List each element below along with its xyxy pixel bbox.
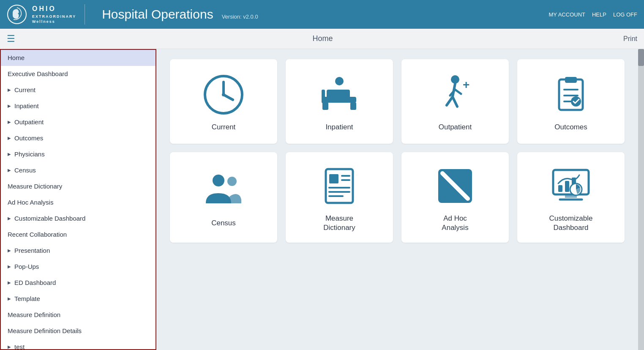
- card-current[interactable]: Current: [170, 59, 277, 144]
- svg-rect-9: [327, 90, 350, 98]
- sidebar-item-executive-dashboard[interactable]: Executive Dashboard: [1, 66, 156, 82]
- card-label-inpatient: Inpatient: [325, 123, 353, 132]
- page-title: Home: [22, 34, 623, 43]
- sidebar-item-measure-definition-details[interactable]: Measure Definition Details: [1, 323, 156, 339]
- page-area: Current Inpatient + Outpatient Outcomes: [156, 49, 638, 350]
- current-icon: [202, 74, 245, 116]
- top-header: OHIO EXTRAORDINARY Wellness Hospital Ope…: [0, 0, 644, 29]
- sub-header: ☰ Home Print: [0, 29, 644, 49]
- app-version: Version: v2.0.0: [218, 10, 258, 20]
- svg-rect-8: [350, 102, 356, 110]
- sidebar: HomeExecutive DashboardCurrentInpatientO…: [0, 49, 156, 350]
- card-label-census: Census: [211, 219, 236, 228]
- sidebar-item-census[interactable]: Census: [1, 162, 156, 178]
- card-label-customizable-dashboard: Customizable Dashboard: [549, 214, 593, 232]
- app-title: Hospital Operations: [93, 7, 213, 22]
- svg-line-13: [447, 97, 453, 105]
- svg-point-5: [335, 77, 344, 85]
- svg-point-11: [451, 75, 459, 84]
- svg-line-16: [455, 90, 461, 94]
- measure-dictionary-icon: [318, 165, 360, 207]
- svg-rect-7: [322, 102, 328, 110]
- hamburger-menu[interactable]: ☰: [7, 33, 15, 44]
- card-label-ad-hoc-analysis: Ad Hoc Analysis: [442, 214, 468, 232]
- svg-rect-26: [326, 169, 353, 203]
- svg-point-4: [222, 93, 225, 96]
- card-customizable-dashboard[interactable]: Customizable Dashboard: [517, 152, 625, 243]
- sidebar-item-template[interactable]: Template: [1, 291, 156, 307]
- svg-rect-10: [322, 90, 325, 103]
- svg-point-25: [227, 177, 237, 186]
- inpatient-icon: [318, 74, 360, 116]
- sidebar-item-measure-dictionary[interactable]: Measure Dictionary: [1, 178, 156, 194]
- sidebar-item-pop-ups[interactable]: Pop-Ups: [1, 259, 156, 275]
- sidebar-item-ed-dashboard[interactable]: ED Dashboard: [1, 275, 156, 291]
- card-label-measure-dictionary: Measure Dictionary: [323, 214, 355, 232]
- sidebar-item-current[interactable]: Current: [1, 82, 156, 98]
- top-nav: MY ACCOUNT HELP LOG OFF: [549, 11, 637, 18]
- sidebar-item-measure-definition[interactable]: Measure Definition: [1, 307, 156, 323]
- sidebar-item-inpatient[interactable]: Inpatient: [1, 98, 156, 114]
- card-outcomes[interactable]: Outcomes: [517, 59, 625, 144]
- svg-rect-39: [565, 181, 569, 192]
- logo-text: OHIO EXTRAORDINARY Wellness: [32, 4, 76, 25]
- card-measure-dictionary[interactable]: Measure Dictionary: [286, 152, 393, 243]
- sidebar-item-home[interactable]: Home: [1, 50, 156, 66]
- logoff-link[interactable]: LOG OFF: [613, 11, 637, 18]
- sidebar-item-customizable-dashboard[interactable]: Customizable Dashboard: [1, 211, 156, 227]
- card-label-outpatient: Outpatient: [439, 123, 472, 132]
- customizable-dashboard-icon: [550, 165, 592, 207]
- ad-hoc-analysis-icon: [434, 165, 476, 207]
- svg-line-14: [453, 97, 457, 107]
- logo-area: OHIO EXTRAORDINARY Wellness: [7, 4, 85, 25]
- print-button[interactable]: Print: [623, 35, 637, 43]
- logo-icon: [7, 4, 27, 25]
- svg-rect-19: [565, 77, 577, 83]
- census-icon: [202, 170, 245, 212]
- outcomes-icon: [550, 74, 592, 116]
- sidebar-item-recent-collaboration[interactable]: Recent Collaboration: [1, 227, 156, 243]
- card-inpatient[interactable]: Inpatient: [286, 59, 393, 144]
- right-scrollbar[interactable]: [638, 49, 644, 350]
- svg-rect-38: [558, 185, 562, 192]
- my-account-link[interactable]: MY ACCOUNT: [549, 11, 585, 18]
- help-link[interactable]: HELP: [592, 11, 606, 18]
- card-ad-hoc-analysis[interactable]: Ad Hoc Analysis: [401, 152, 509, 243]
- sidebar-item-physicians[interactable]: Physicians: [1, 146, 156, 162]
- card-label-outcomes: Outcomes: [554, 123, 587, 132]
- sidebar-item-outcomes[interactable]: Outcomes: [1, 130, 156, 146]
- sidebar-item-outpatient[interactable]: Outpatient: [1, 114, 156, 130]
- card-census[interactable]: Census: [170, 152, 277, 243]
- svg-text:+: +: [463, 78, 469, 91]
- home-grid: Current Inpatient + Outpatient Outcomes: [170, 59, 625, 243]
- card-outpatient[interactable]: + Outpatient: [401, 59, 509, 144]
- svg-point-24: [213, 175, 224, 186]
- card-label-current: Current: [212, 123, 236, 132]
- svg-rect-27: [329, 174, 338, 183]
- sidebar-item-ad-hoc-analysis[interactable]: Ad Hoc Analysis: [1, 194, 156, 211]
- sidebar-item-test[interactable]: test: [1, 339, 156, 350]
- main-content: HomeExecutive DashboardCurrentInpatientO…: [0, 49, 644, 350]
- outpatient-icon: +: [434, 74, 476, 116]
- sidebar-item-presentation[interactable]: Presentation: [1, 243, 156, 259]
- scrollbar-thumb[interactable]: [638, 49, 644, 66]
